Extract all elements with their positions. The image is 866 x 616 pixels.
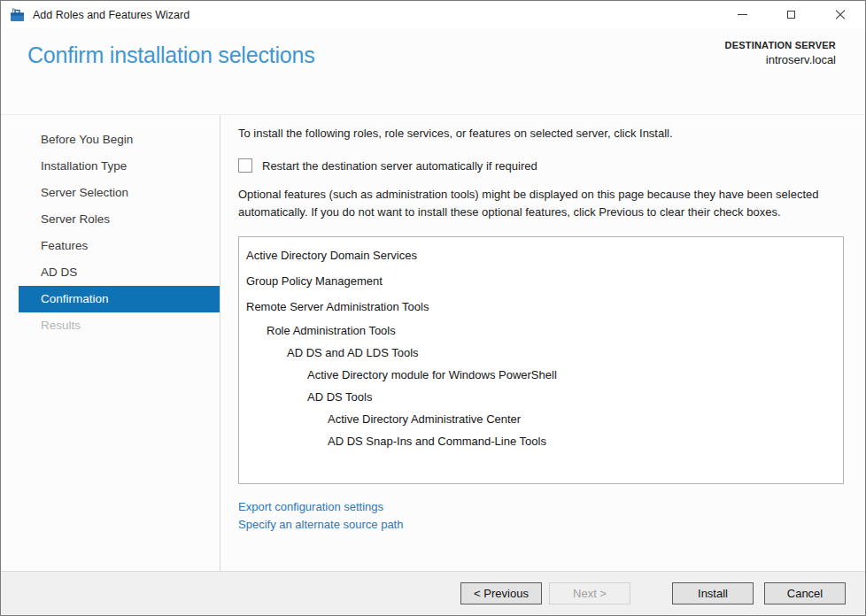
maximize-button[interactable] (767, 1, 816, 28)
minimize-button[interactable] (718, 1, 767, 28)
selection-item: Active Directory Administrative Center (239, 408, 843, 430)
sidebar-item-ad-ds[interactable]: AD DS (19, 259, 220, 286)
selection-item: Group Policy Management (239, 268, 843, 294)
install-button[interactable]: Install (672, 582, 754, 604)
wizard-button-bar: < Previous Next > Install Cancel (1, 571, 865, 615)
selection-item: Role Administration Tools (239, 320, 843, 342)
intro-text: To install the following roles, role ser… (238, 127, 844, 140)
destination-server-label: DESTINATION SERVER (725, 40, 836, 50)
export-configuration-link[interactable]: Export configuration settings (238, 498, 383, 516)
footer-links: Export configuration settings Specify an… (238, 498, 844, 534)
sidebar-item-before-you-begin[interactable]: Before You Begin (19, 127, 220, 153)
restart-checkbox-row: Restart the destination server automatic… (238, 158, 844, 173)
server-manager-icon[interactable] (10, 8, 25, 22)
page-title: Confirm installation selections (27, 42, 315, 68)
previous-button[interactable]: < Previous (460, 582, 542, 604)
sidebar-item-installation-type[interactable]: Installation Type (19, 153, 220, 180)
selection-item: Remote Server Administration Tools (239, 294, 843, 320)
selection-item: Active Directory Domain Services (239, 243, 843, 268)
close-button[interactable] (816, 1, 864, 28)
restart-checkbox-label[interactable]: Restart the destination server automatic… (262, 159, 537, 173)
window-title: Add Roles and Features Wizard (33, 9, 189, 21)
sidebar-item-server-selection[interactable]: Server Selection (19, 180, 220, 206)
maximize-icon (787, 11, 795, 19)
alternate-source-path-link[interactable]: Specify an alternate source path (238, 516, 403, 534)
wizard-body: Before You Begin Installation Type Serve… (1, 114, 865, 571)
next-button: Next > (549, 582, 630, 604)
close-icon (835, 10, 846, 20)
confirmation-page-content: To install the following roles, role ser… (220, 115, 866, 571)
optional-features-note: Optional features (such as administratio… (238, 186, 844, 221)
sidebar-item-results: Results (19, 312, 220, 339)
selection-item: AD DS Tools (239, 386, 843, 408)
wizard-steps-sidebar: Before You Begin Installation Type Serve… (1, 115, 220, 571)
restart-checkbox[interactable] (238, 158, 252, 173)
sidebar-item-confirmation[interactable]: Confirmation (19, 286, 220, 312)
selection-item: Active Directory module for Windows Powe… (239, 364, 843, 386)
selected-features-listbox: Active Directory Domain Services Group P… (238, 236, 844, 484)
cancel-button[interactable]: Cancel (764, 582, 846, 604)
titlebar: Add Roles and Features Wizard (1, 1, 865, 28)
add-roles-features-wizard-window: Add Roles and Features Wizard Confirm in… (0, 0, 866, 616)
sidebar-item-features[interactable]: Features (19, 233, 220, 259)
window-controls (718, 1, 864, 28)
destination-server-value: introserv.local (725, 53, 836, 66)
selection-item: AD DS and AD LDS Tools (239, 342, 843, 364)
wizard-header: Confirm installation selections DESTINAT… (1, 28, 865, 114)
destination-server-block: DESTINATION SERVER introserv.local (725, 40, 836, 66)
sidebar-item-server-roles[interactable]: Server Roles (19, 206, 220, 233)
minimize-icon (738, 14, 747, 15)
selection-item: AD DS Snap-Ins and Command-Line Tools (239, 430, 843, 452)
